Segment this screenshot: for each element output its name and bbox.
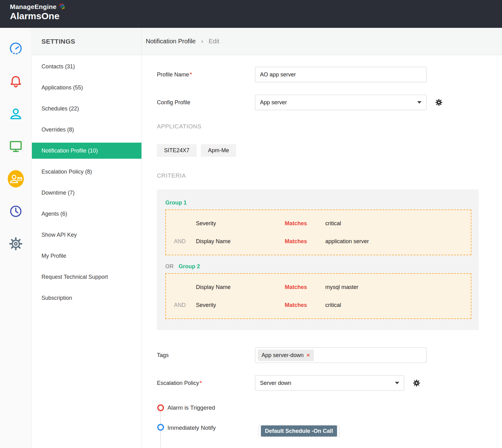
settings-panel: SETTINGS Contacts (31) Applications (55)… xyxy=(32,28,142,448)
required-asterisk: * xyxy=(200,380,202,386)
menu-item-agents[interactable]: Agents (6) xyxy=(32,206,141,222)
rule-operator: Matches xyxy=(285,220,325,227)
rule-join-and: AND xyxy=(174,302,196,308)
group-join-or: OR xyxy=(165,263,174,269)
tags-label: Tags xyxy=(157,352,255,359)
schedule-badge-box: Default Schedule -On Call xyxy=(258,425,340,437)
menu-item-show-api-key[interactable]: Show API Key xyxy=(32,227,141,243)
alarm-triggered-radio[interactable] xyxy=(157,404,164,411)
escalation-policy-label: Escalation Policy* xyxy=(157,380,255,386)
notification-profile-form: Profile Name* Config Profile App server … xyxy=(142,55,502,448)
chevron-down-icon xyxy=(417,101,422,104)
settings-menu: Contacts (31) Applications (55) Schedule… xyxy=(32,55,141,306)
notification-profile-icon-active[interactable] xyxy=(8,171,24,187)
schedules-clock-icon[interactable] xyxy=(8,203,24,219)
rule-operator: Matches xyxy=(285,238,325,245)
icon-rail xyxy=(0,28,32,448)
brand-alarmsone: AlarmsOne xyxy=(10,11,502,21)
menu-item-my-profile[interactable]: My Profile xyxy=(32,248,141,264)
criteria-container: Group 1 Severity Matches critical AND Di… xyxy=(157,189,479,330)
menu-item-notification-profile-selected[interactable]: Notification Profile (10) xyxy=(32,143,141,159)
breadcrumb: Notification Profile › Edit xyxy=(142,28,502,55)
rule-row[interactable]: Display Name Matches mysql master xyxy=(166,278,471,296)
alarm-triggered-label: Alarm is Triggered xyxy=(167,404,249,411)
escalation-policy-value: Server down xyxy=(260,380,291,386)
group-2-label[interactable]: Group 2 xyxy=(179,263,200,269)
rule-operator: Matches xyxy=(285,284,325,291)
menu-item-overrides[interactable]: Overrides (8) xyxy=(32,122,141,138)
criteria-group-1: Group 1 Severity Matches critical AND Di… xyxy=(165,200,479,255)
criteria-group-2: ORGroup 2 Display Name Matches mysql mas… xyxy=(165,263,479,319)
settings-title: SETTINGS xyxy=(41,38,75,45)
main-content: Notification Profile › Edit Profile Name… xyxy=(142,28,502,448)
group-1-rules: Severity Matches critical AND Display Na… xyxy=(165,209,471,255)
menu-item-contacts[interactable]: Contacts (31) xyxy=(32,58,141,75)
schedule-badge[interactable]: Default Schedule -On Call xyxy=(261,425,337,437)
application-chip-site24x7[interactable]: SITE24X7 xyxy=(157,144,197,157)
menu-item-request-support[interactable]: Request Technical Support xyxy=(32,269,141,285)
rule-join-and: AND xyxy=(174,238,196,245)
applications-monitor-icon[interactable] xyxy=(8,138,24,154)
rule-attribute: Display Name xyxy=(196,284,285,291)
settings-gear-icon[interactable] xyxy=(8,236,24,252)
contacts-user-icon[interactable] xyxy=(8,106,24,122)
config-profile-label: Config Profile xyxy=(157,99,255,106)
immediately-notify-radio[interactable] xyxy=(157,424,164,431)
rule-row[interactable]: Severity Matches critical xyxy=(166,214,471,232)
menu-item-subscription[interactable]: Subscription xyxy=(32,290,141,306)
tag-chip: App server-down ✕ xyxy=(258,350,314,361)
breadcrumb-page: Edit xyxy=(209,38,219,45)
breadcrumb-section[interactable]: Notification Profile xyxy=(146,38,196,45)
rule-row[interactable]: AND Severity Matches critical xyxy=(166,296,471,314)
escalation-policy-gear-icon[interactable] xyxy=(413,379,421,387)
menu-item-applications[interactable]: Applications (55) xyxy=(32,80,141,96)
chevron-down-icon xyxy=(395,382,399,384)
criteria-heading: CRITERIA xyxy=(157,172,502,179)
group-2-rules: Display Name Matches mysql master AND Se… xyxy=(165,273,471,319)
config-profile-select[interactable]: App server xyxy=(255,95,426,110)
rule-value: critical xyxy=(325,220,471,227)
brand-manageengine: ManageEngine xyxy=(10,3,57,11)
notification-timeline: Alarm is Triggered Immediately Notify De… xyxy=(157,404,502,437)
config-profile-value: App server xyxy=(260,99,287,106)
rule-attribute: Severity xyxy=(196,220,285,227)
manageengine-swoosh-icon xyxy=(58,3,65,11)
remove-tag-icon[interactable]: ✕ xyxy=(306,353,310,358)
dashboard-icon[interactable] xyxy=(8,41,24,57)
group-1-label[interactable]: Group 1 xyxy=(165,200,187,206)
application-chip-apm-me[interactable]: Apm-Me xyxy=(201,144,236,157)
settings-panel-header: SETTINGS xyxy=(32,28,141,55)
menu-item-downtime[interactable]: Downtime (7) xyxy=(32,185,141,201)
config-profile-gear-icon[interactable] xyxy=(435,98,443,106)
rule-value: critical xyxy=(325,302,471,308)
rule-row[interactable]: AND Display Name Matches application ser… xyxy=(166,232,471,250)
profile-name-label: Profile Name* xyxy=(157,71,255,78)
alarms-bell-icon[interactable] xyxy=(8,73,24,89)
rule-value: application server xyxy=(325,238,471,245)
required-asterisk: * xyxy=(190,71,192,78)
app-header: ManageEngine AlarmsOne xyxy=(0,0,502,28)
tags-input[interactable]: App server-down ✕ xyxy=(255,347,426,363)
rule-value: mysql master xyxy=(325,284,471,291)
menu-item-escalation-policy[interactable]: Escalation Policy (8) xyxy=(32,164,141,180)
breadcrumb-chevron-icon: › xyxy=(201,38,203,45)
escalation-policy-select[interactable]: Server down xyxy=(255,375,404,391)
immediately-notify-label: Immediately Notify xyxy=(167,424,249,431)
rule-operator: Matches xyxy=(285,302,325,308)
applications-heading: APPLICATIONS xyxy=(157,123,502,130)
menu-item-schedules[interactable]: Schedules (22) xyxy=(32,101,141,117)
rule-attribute: Display Name xyxy=(196,238,285,245)
profile-name-input[interactable] xyxy=(255,67,426,82)
rule-attribute: Severity xyxy=(196,302,285,308)
